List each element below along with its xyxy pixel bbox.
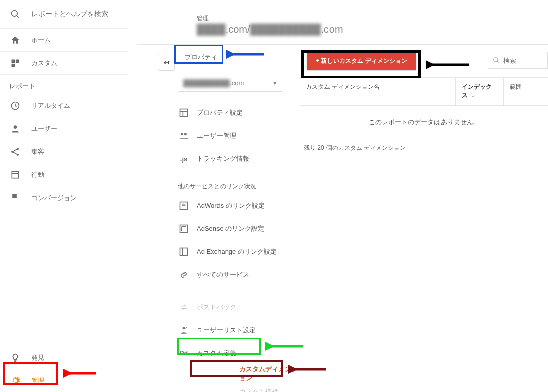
prop-adwords[interactable]: AdWords のリンク設定: [178, 194, 300, 217]
nav-search[interactable]: レポートとヘルプを検索: [0, 0, 128, 28]
svg-point-26: [494, 58, 498, 62]
nav-acquire-label: 集客: [31, 147, 44, 156]
nav-acquire[interactable]: 集客: [0, 140, 128, 163]
person-icon: [9, 123, 21, 135]
svg-rect-3: [16, 59, 19, 63]
flag-icon: [9, 192, 21, 204]
property-suffix: .com: [230, 79, 244, 87]
svg-line-1: [17, 16, 19, 18]
clock-icon: [9, 100, 21, 112]
table-header: カスタム ディメンション名 インデックス ↓ 範囲: [300, 78, 548, 106]
col-scope[interactable]: 範囲: [504, 78, 548, 105]
prop-user-mgmt[interactable]: ユーザー管理: [178, 124, 300, 147]
sort-arrow-icon: ↓: [471, 92, 474, 99]
prop-all-label: すべてのサービス: [197, 270, 249, 279]
custom-dimension-table: カスタム ディメンション名 インデックス ↓ 範囲 このレポートのデータはありま…: [300, 77, 548, 139]
nav-conversion[interactable]: コンバージョン: [0, 186, 128, 210]
main-area: 管理 ████ .com / ██████████ .com ↤ プロパティ █…: [137, 0, 548, 392]
nav-behavior-label: 行動: [31, 170, 44, 179]
content-row: ↤ プロパティ ██████████ .com ▾ プロパティ設定 ユーザー管理: [137, 44, 548, 392]
nav-realtime[interactable]: リアルタイム: [0, 94, 128, 117]
adsense-icon: [178, 223, 190, 235]
gear-icon: [9, 375, 21, 387]
breadcrumb-admin: 管理: [197, 14, 548, 23]
sub-custom-dimension[interactable]: カスタムディメンション: [239, 365, 300, 383]
main-column: + 新しいカスタム ディメンション カスタム ディメンション名 インデックス ↓…: [300, 45, 548, 392]
property-menu: プロパティ設定 ユーザー管理 .js トラッキング情報: [178, 101, 300, 170]
nav-realtime-label: リアルタイム: [31, 101, 70, 110]
svg-rect-12: [180, 109, 188, 117]
prop-postback[interactable]: ポストバック: [178, 296, 300, 319]
property-selector[interactable]: ██████████ .com ▾: [178, 74, 282, 92]
blurred-text: ██████████: [183, 79, 230, 87]
audience-icon: [178, 324, 190, 336]
adwords-icon: [178, 200, 190, 212]
prop-tracking[interactable]: .js トラッキング情報: [178, 147, 300, 170]
left-nav: レポートとヘルプを検索 ホーム カスタム レポート リアルタイム ユーザー 集客…: [0, 0, 128, 392]
svg-point-0: [12, 11, 18, 17]
svg-line-27: [497, 61, 499, 63]
remaining-count: 残り 20 個のカスタム ディメンション: [304, 144, 548, 152]
prop-adsense-label: AdSense のリンク設定: [197, 224, 264, 233]
search-icon: [9, 8, 21, 20]
property-header: プロパティ: [178, 50, 225, 65]
new-custom-dimension-button[interactable]: + 新しいカスタム ディメンション: [307, 52, 416, 70]
col-index[interactable]: インデックス ↓: [456, 78, 504, 105]
sub-custom-metric[interactable]: カスタム指標: [239, 383, 300, 392]
home-icon: [9, 34, 21, 46]
page-icon: [9, 169, 21, 181]
sub-cd-label: カスタムディメンション: [239, 365, 300, 383]
js-icon: .js: [178, 153, 190, 165]
prop-adsense[interactable]: AdSense のリンク設定: [178, 217, 300, 240]
lightbulb-icon: [9, 352, 21, 364]
nav-discover[interactable]: 発見: [0, 346, 128, 369]
layout-icon: [178, 107, 190, 119]
nav-reports-label: レポート: [0, 74, 128, 94]
nav-home[interactable]: ホーム: [0, 28, 128, 51]
prop-postback-label: ポストバック: [197, 303, 236, 312]
prop-customdef[interactable]: Dd カスタム定義: [178, 342, 300, 365]
prop-group-links: 他のサービスとのリンク状況: [178, 182, 300, 191]
back-button[interactable]: ↤: [158, 54, 175, 71]
prop-adwords-label: AdWords のリンク設定: [197, 201, 265, 210]
domain1: .com: [226, 24, 247, 35]
prop-all-services[interactable]: すべてのサービス: [178, 263, 300, 286]
svg-point-25: [183, 327, 185, 329]
breadcrumb-account: ████ .com / ██████████ .com: [197, 24, 548, 35]
prop-user-mgmt-label: ユーザー管理: [197, 131, 236, 140]
prop-audience-label: ユーザーリスト設定: [197, 326, 256, 335]
nav-admin-label: 管理: [31, 376, 44, 385]
nav-custom-label: カスタム: [31, 59, 57, 68]
svg-point-6: [14, 125, 17, 129]
blurred-text: ████: [197, 24, 226, 35]
blurred-text: ██████████: [250, 24, 321, 35]
link-icon: [178, 269, 190, 281]
prop-audience[interactable]: ユーザーリスト設定: [178, 319, 300, 342]
prop-tracking-label: トラッキング情報: [197, 154, 249, 163]
nav-search-label: レポートとヘルプを検索: [31, 10, 108, 19]
share-icon: [9, 146, 21, 158]
table-search-input[interactable]: [503, 57, 543, 64]
caret-down-icon: ▾: [273, 79, 277, 87]
col-name[interactable]: カスタム ディメンション名: [300, 78, 456, 105]
prop-settings[interactable]: プロパティ設定: [178, 101, 300, 124]
nav-admin[interactable]: 管理: [0, 369, 128, 392]
nav-user[interactable]: ユーザー: [0, 117, 128, 140]
adexchange-icon: [178, 246, 190, 258]
nav-behavior[interactable]: 行動: [0, 163, 128, 186]
svg-rect-23: [180, 248, 188, 256]
prop-adexchange[interactable]: Ad Exchange のリンク設定: [178, 240, 300, 263]
svg-rect-10: [12, 171, 18, 178]
svg-rect-4: [12, 63, 15, 67]
nav-home-label: ホーム: [31, 36, 51, 45]
table-search[interactable]: [488, 52, 548, 69]
nav-custom[interactable]: カスタム: [0, 51, 128, 74]
postback-icon: [178, 301, 190, 313]
back-arrow-icon: ↤: [164, 59, 169, 66]
grid-icon: [9, 57, 21, 69]
svg-point-15: [181, 133, 183, 135]
prop-adexchange-label: Ad Exchange のリンク設定: [197, 247, 277, 256]
col-index-label: インデックス: [462, 83, 492, 99]
svg-rect-20: [180, 225, 188, 233]
search-icon: [492, 56, 500, 64]
